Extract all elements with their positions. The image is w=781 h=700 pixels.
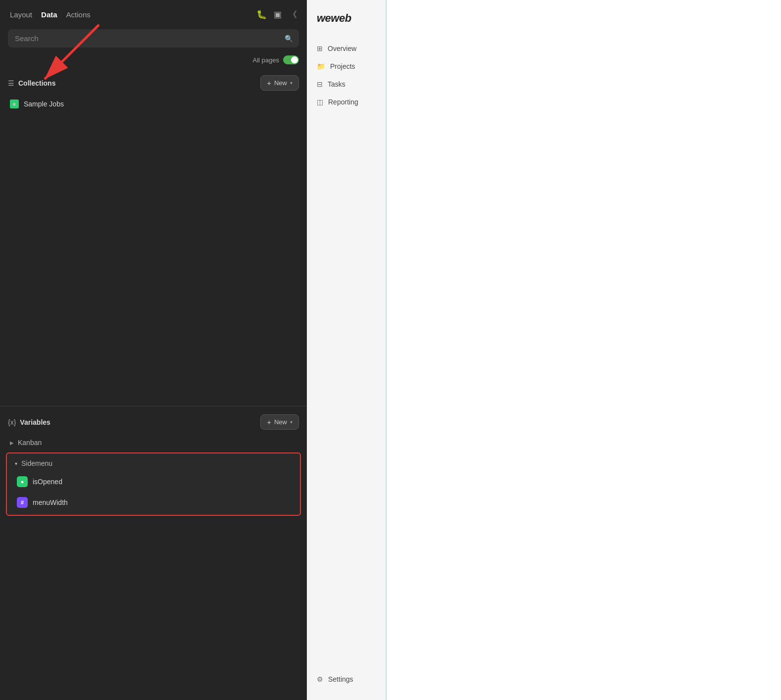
var-name-isopened: isOpened: [33, 478, 62, 486]
weweb-settings-label: Settings: [328, 675, 353, 683]
grid-icon: ⊞: [317, 45, 323, 52]
variables-empty-space: [0, 518, 307, 700]
weweb-content: [386, 0, 781, 700]
weweb-nav-overview-label: Overview: [328, 45, 356, 52]
var-group-kanban-label: Kanban: [18, 439, 42, 447]
top-nav: Layout Data Actions 🐛 ▣ 《: [0, 0, 307, 27]
variables-new-label: New: [274, 418, 287, 426]
weweb-nav-reporting-label: Reporting: [328, 98, 358, 106]
chart-icon: ◫: [317, 98, 323, 106]
weweb-logo: weweb: [307, 12, 361, 40]
weweb-nav-overview[interactable]: ⊞ Overview: [307, 40, 386, 57]
weweb-nav-projects[interactable]: 📁 Projects: [307, 57, 386, 75]
left-panel: Layout Data Actions 🐛 ▣ 《 🔍 All pages ☰ …: [0, 0, 307, 700]
variables-icon: {x}: [8, 418, 16, 426]
weweb-settings[interactable]: ⚙ Settings: [307, 670, 386, 688]
var-group-sidemenu: ▾ Sidemenu ● isOpened # menuWidth: [6, 452, 301, 516]
gear-icon: ⚙: [317, 675, 323, 683]
tab-actions[interactable]: Actions: [66, 9, 91, 20]
variables-title: Variables: [20, 418, 50, 426]
collections-header: ☰ Collections + New ▾: [0, 71, 307, 96]
weweb-nav-tasks[interactable]: ⊟ Tasks: [307, 75, 386, 93]
bug-icon[interactable]: 🐛: [256, 9, 267, 20]
new-plus-icon-vars: +: [267, 418, 271, 426]
new-plus-icon: +: [267, 79, 271, 87]
variables-header: {x} Variables + New ▾: [0, 410, 307, 435]
nav-tabs: Layout Data Actions: [10, 9, 91, 20]
pages-toggle-switch[interactable]: [283, 55, 299, 64]
sidemenu-group-header[interactable]: ▾ Sidemenu: [7, 455, 300, 471]
chevron-down-icon: ▾: [290, 80, 293, 86]
nav-icons: 🐛 ▣ 《: [256, 9, 297, 20]
panel-divider: [0, 406, 307, 406]
variables-title-row: {x} Variables: [8, 418, 50, 426]
weweb-nav-tasks-label: Tasks: [328, 80, 345, 88]
chevron-right-icon: ▶: [10, 440, 14, 446]
collections-icon: ☰: [8, 79, 14, 87]
sidemenu-group-label: Sidemenu: [21, 459, 52, 467]
chevron-down-icon-sidemenu: ▾: [15, 461, 17, 466]
var-badge-number: #: [17, 497, 28, 508]
panels-icon[interactable]: ▣: [274, 9, 282, 20]
collections-title: Collections: [18, 79, 55, 87]
collapse-icon[interactable]: 《: [289, 9, 297, 20]
table-icon: ⊟: [317, 80, 323, 88]
right-panel: weweb ⊞ Overview 📁 Projects ⊟ Tasks ◫ Re…: [307, 0, 781, 700]
collection-item-sample-jobs[interactable]: ≡ Sample Jobs: [0, 96, 307, 112]
collection-name-sample-jobs: Sample Jobs: [24, 100, 64, 108]
folder-icon: 📁: [317, 62, 325, 70]
var-badge-boolean: ●: [17, 476, 28, 487]
tab-data[interactable]: Data: [41, 9, 57, 20]
chevron-down-icon-vars: ▾: [290, 419, 293, 425]
toggle-thumb: [291, 56, 298, 63]
pages-toggle: All pages: [0, 53, 307, 71]
collections-empty-space: [0, 112, 307, 402]
search-icon: 🔍: [285, 35, 293, 43]
var-item-isopened[interactable]: ● isOpened: [7, 471, 300, 492]
weweb-nav-reporting[interactable]: ◫ Reporting: [307, 93, 386, 111]
collections-title-row: ☰ Collections: [8, 79, 55, 87]
var-name-menuwidth: menuWidth: [33, 499, 68, 506]
tab-layout[interactable]: Layout: [10, 9, 32, 20]
weweb-nav-projects-label: Projects: [330, 62, 355, 70]
pages-label: All pages: [253, 56, 279, 64]
collections-new-label: New: [274, 79, 287, 87]
var-item-menuwidth[interactable]: # menuWidth: [7, 492, 300, 513]
var-group-kanban[interactable]: ▶ Kanban: [0, 435, 307, 450]
variables-section: {x} Variables + New ▾ ▶ Kanban ▾ Sidemen…: [0, 410, 307, 700]
variables-new-button[interactable]: + New ▾: [260, 414, 299, 430]
search-bar: 🔍: [8, 29, 299, 48]
collections-new-button[interactable]: + New ▾: [260, 75, 299, 91]
collection-icon-sample-jobs: ≡: [10, 100, 19, 108]
weweb-sidebar: weweb ⊞ Overview 📁 Projects ⊟ Tasks ◫ Re…: [307, 0, 386, 700]
search-input[interactable]: [8, 29, 299, 48]
